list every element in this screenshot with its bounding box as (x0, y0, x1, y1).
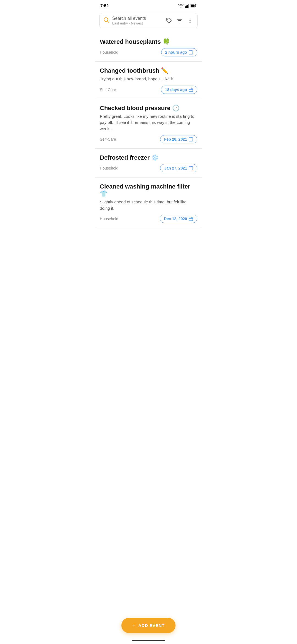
status-icons (178, 4, 197, 8)
svg-rect-16 (189, 51, 193, 54)
svg-rect-0 (185, 6, 186, 8)
event-list: Watered houseplants 🍀 Household 2 hours … (95, 33, 202, 228)
battery-icon (191, 4, 197, 7)
sort-filter-button[interactable] (176, 17, 183, 24)
svg-rect-20 (189, 88, 193, 92)
search-sub-label: Last entry · Newest (112, 21, 166, 25)
svg-rect-1 (186, 6, 187, 8)
svg-point-14 (189, 20, 191, 21)
svg-rect-28 (189, 167, 193, 170)
tag-icon (166, 18, 172, 24)
svg-point-9 (167, 19, 168, 20)
event-footer: Household 2 hours ago (100, 48, 197, 56)
calendar-icon (189, 88, 193, 92)
calendar-icon (189, 166, 193, 170)
tag-filter-button[interactable] (166, 17, 173, 24)
event-category: Self-Care (100, 88, 116, 92)
event-card[interactable]: Checked blood pressure 🕐 Pretty great. L… (95, 99, 202, 149)
event-note: Slightly ahead of schedule this time, bu… (100, 199, 197, 211)
event-date-text: Dec 12, 2020 (164, 217, 187, 221)
event-category: Household (100, 50, 118, 54)
sort-icon (177, 18, 183, 24)
calendar-icon (189, 137, 193, 141)
more-dots-icon (187, 18, 193, 24)
event-title: Watered houseplants 🍀 (100, 38, 197, 45)
event-date-button[interactable]: Jan 27, 2021 (160, 164, 197, 172)
svg-rect-2 (187, 5, 188, 8)
search-actions (166, 17, 194, 24)
event-card[interactable]: Defrosted freezer ❄️ Household Jan 27, 2… (95, 149, 202, 178)
event-note: Pretty great. Looks like my new routine … (100, 113, 197, 132)
event-footer: Household Jan 27, 2021 (100, 164, 197, 172)
svg-rect-32 (189, 217, 193, 221)
event-note: Trying out this new brand, hope I'll lik… (100, 76, 197, 82)
svg-rect-5 (191, 5, 195, 7)
svg-rect-6 (196, 5, 196, 6)
event-date-text: Jan 27, 2021 (164, 166, 187, 170)
svg-point-13 (189, 18, 191, 20)
svg-rect-24 (189, 138, 193, 141)
event-date-button[interactable]: Feb 28, 2021 (160, 135, 197, 143)
event-title: Defrosted freezer ❄️ (100, 154, 197, 161)
event-date-text: 18 days ago (165, 88, 187, 92)
search-main-label: Search all events (112, 16, 166, 21)
svg-line-8 (107, 21, 109, 23)
more-options-button[interactable] (186, 17, 194, 24)
wifi-icon (178, 4, 183, 8)
status-bar: 7:52 (95, 0, 202, 10)
svg-point-15 (189, 22, 191, 23)
bottom-spacer (95, 228, 202, 261)
event-footer: Household Dec 12, 2020 (100, 215, 197, 223)
search-text-wrap: Search all events Last entry · Newest (112, 16, 166, 25)
svg-rect-3 (189, 4, 189, 8)
search-icon (103, 17, 109, 24)
status-time: 7:52 (100, 3, 109, 8)
event-title: Cleaned washing machine filter 👕 (100, 183, 197, 197)
event-date-button[interactable]: 2 hours ago (161, 48, 197, 56)
event-title: Changed toothbrush ✏️ (100, 67, 197, 74)
event-date-text: Feb 28, 2021 (164, 137, 187, 141)
calendar-icon (189, 50, 193, 54)
event-footer: Self-Care Feb 28, 2021 (100, 135, 197, 143)
event-card[interactable]: Watered houseplants 🍀 Household 2 hours … (95, 33, 202, 62)
event-category: Household (100, 217, 118, 221)
signal-icon (185, 4, 189, 8)
calendar-icon (189, 217, 193, 221)
event-date-button[interactable]: 18 days ago (161, 86, 197, 94)
event-card[interactable]: Cleaned washing machine filter 👕 Slightl… (95, 178, 202, 228)
event-category: Self-Care (100, 137, 116, 141)
search-bar[interactable]: Search all events Last entry · Newest (99, 13, 198, 28)
event-date-button[interactable]: Dec 12, 2020 (160, 215, 197, 223)
event-card[interactable]: Changed toothbrush ✏️ Trying out this ne… (95, 62, 202, 99)
event-date-text: 2 hours ago (165, 50, 187, 54)
event-category: Household (100, 166, 118, 170)
event-footer: Self-Care 18 days ago (100, 86, 197, 94)
event-title: Checked blood pressure 🕐 (100, 105, 197, 112)
